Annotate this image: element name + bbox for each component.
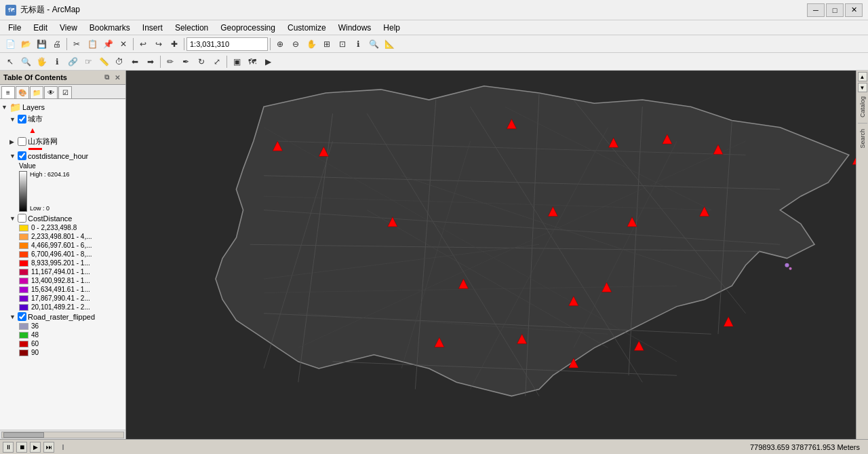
window-title: 无标题 - ArcMap — [20, 4, 80, 16]
close-button[interactable]: ✕ — [845, 3, 863, 17]
measure-tool[interactable]: 📏 — [96, 54, 111, 69]
layer-checkbox-city[interactable] — [18, 115, 26, 124]
rr-label-48: 48 — [31, 331, 39, 339]
redo-button[interactable]: ↪ — [151, 37, 166, 52]
layer-row-road-raster[interactable]: ▼ Road_raster_flipped — [0, 311, 125, 322]
info-tool[interactable]: ℹ — [50, 54, 64, 69]
new-button[interactable]: 📄 — [3, 37, 18, 52]
map-svg — [126, 71, 856, 439]
go-forward-tool[interactable]: ➡ — [143, 54, 158, 69]
layers-root-row[interactable]: ▼ 📁 Layers — [0, 101, 125, 113]
identify-tool[interactable]: ☞ — [81, 54, 96, 69]
menu-geoprocessing[interactable]: Geoprocessing — [215, 21, 281, 35]
hyperlink-tool[interactable]: 🔗 — [65, 54, 80, 69]
separator-3 — [184, 38, 184, 50]
pan-tool[interactable]: 🖐 — [34, 54, 49, 69]
pan-button[interactable]: ✋ — [304, 37, 319, 52]
toc-tab-selection[interactable]: ☑ — [58, 86, 72, 98]
cut-button[interactable]: ✂ — [69, 37, 84, 52]
class-label-6: 13,400,992.81 - 1... — [31, 277, 90, 284]
layer-checkbox-costdistance[interactable] — [18, 214, 26, 223]
layer-label-road: 山东路网 — [28, 136, 58, 147]
scroll-thumb[interactable] — [3, 432, 44, 438]
app-icon: 🗺 — [5, 5, 16, 16]
rr-color-36 — [19, 323, 28, 330]
layer-row-road[interactable]: ▶ 山东路网 — [0, 136, 125, 147]
menu-insert[interactable]: Insert — [137, 21, 168, 35]
rotate-tool[interactable]: ↻ — [194, 54, 209, 69]
coast-marker2 — [789, 267, 792, 270]
zoom-window-tool[interactable]: 🔍 — [18, 54, 33, 69]
delete-button[interactable]: ✕ — [116, 37, 131, 52]
menu-windows[interactable]: Windows — [333, 21, 377, 35]
menu-help[interactable]: Help — [378, 21, 406, 35]
save-button[interactable]: 💾 — [34, 37, 49, 52]
menu-customize[interactable]: Customize — [282, 21, 332, 35]
edit-tool[interactable]: ✏ — [163, 54, 178, 69]
rr-color-48 — [19, 332, 28, 339]
toc-close-button[interactable]: ✕ — [113, 73, 122, 82]
toc-tab-list[interactable]: ≡ — [1, 86, 15, 98]
maximize-button[interactable]: □ — [826, 3, 844, 17]
status-play-btn[interactable]: ▶ — [30, 442, 41, 453]
toc-tab-source[interactable]: 📁 — [30, 86, 43, 98]
copy-button[interactable]: 📋 — [85, 37, 100, 52]
legend-class-1: 2,233,498.801 - 4,... — [0, 232, 125, 241]
legend-class-8: 17,867,990.41 - 2... — [0, 294, 125, 303]
main-area: Table Of Contents ⧉ ✕ ≡ 🎨 📁 👁 ☑ ▼ 📁 Laye… — [0, 71, 868, 439]
print-button[interactable]: 🖨 — [50, 37, 64, 52]
undo-button[interactable]: ↩ — [136, 37, 151, 52]
status-stop-btn[interactable]: ⏹ — [16, 442, 27, 453]
scroll-track[interactable] — [1, 432, 124, 438]
open-button[interactable]: 📂 — [18, 37, 33, 52]
go-back-tool[interactable]: ⬅ — [127, 54, 142, 69]
status-next-btn[interactable]: ⏭ — [43, 442, 54, 453]
layout-button[interactable]: ▣ — [229, 54, 244, 69]
legend-rr-48: 48 — [0, 330, 125, 339]
find-button[interactable]: 🔍 — [366, 37, 381, 52]
more-button[interactable]: ▶ — [260, 54, 275, 69]
layer-checkbox-costdist[interactable] — [18, 151, 26, 160]
rr-label-36: 36 — [31, 322, 39, 330]
identify-button[interactable]: ℹ — [351, 37, 366, 52]
menu-selection[interactable]: Selection — [170, 21, 214, 35]
zoom-out-button[interactable]: ⊖ — [288, 37, 303, 52]
toc-scrollbar[interactable] — [0, 430, 125, 439]
scale-input[interactable] — [186, 37, 268, 51]
time-tool[interactable]: ⏱ — [112, 54, 127, 69]
menu-file[interactable]: File — [3, 21, 26, 35]
menu-edit[interactable]: Edit — [28, 21, 53, 35]
toc-dock-button[interactable]: ⧉ — [102, 73, 111, 82]
paste-button[interactable]: 📌 — [100, 37, 115, 52]
measure-button[interactable]: 📐 — [382, 37, 397, 52]
toc-tab-draw[interactable]: 🎨 — [16, 86, 29, 98]
toolbar-standard: 📄 📂 💾 🖨 ✂ 📋 📌 ✕ ↩ ↪ ✚ ⊕ ⊖ ✋ ⊞ ⊡ ℹ 🔍 📐 — [0, 35, 868, 53]
map-area[interactable] — [126, 71, 856, 439]
rs-btn-2[interactable]: ▼ — [858, 83, 867, 92]
layer-row-costdistance[interactable]: ▼ CostDistance — [0, 213, 125, 223]
class-label-2: 4,466,997.601 - 6,... — [31, 242, 92, 249]
menu-view[interactable]: View — [54, 21, 83, 35]
layer-checkbox-road[interactable] — [18, 137, 26, 146]
layer-checkbox-road-raster[interactable] — [18, 312, 26, 321]
status-pause-btn[interactable]: ⏸ — [3, 442, 14, 453]
expand-costdistance-icon: ▼ — [9, 215, 16, 222]
sketch-tool[interactable]: ✒ — [178, 54, 193, 69]
toc-tab-visibility[interactable]: 👁 — [44, 86, 58, 98]
rs-btn-1[interactable]: ▲ — [858, 72, 867, 81]
arcmap-button[interactable]: 🗺 — [245, 54, 260, 69]
add-data-button[interactable]: ✚ — [167, 37, 182, 52]
scale-tool[interactable]: ⤢ — [210, 54, 224, 69]
zoom-selected-button[interactable]: ⊡ — [335, 37, 350, 52]
minimize-button[interactable]: ─ — [807, 3, 825, 17]
layer-row-city[interactable]: ▼ 城市 — [0, 113, 125, 125]
zoom-full-button[interactable]: ⊞ — [319, 37, 334, 52]
legend-rr-36: 36 — [0, 322, 125, 330]
zoom-in-button[interactable]: ⊕ — [273, 37, 288, 52]
rr-color-90 — [19, 349, 28, 356]
menu-bookmarks[interactable]: Bookmarks — [84, 21, 136, 35]
toc-title: Table Of Contents — [3, 73, 67, 81]
layer-row-costdist[interactable]: ▼ costdistance_hour — [0, 151, 125, 161]
select-tool[interactable]: ↖ — [3, 54, 18, 69]
expand-road-icon: ▶ — [9, 138, 16, 145]
